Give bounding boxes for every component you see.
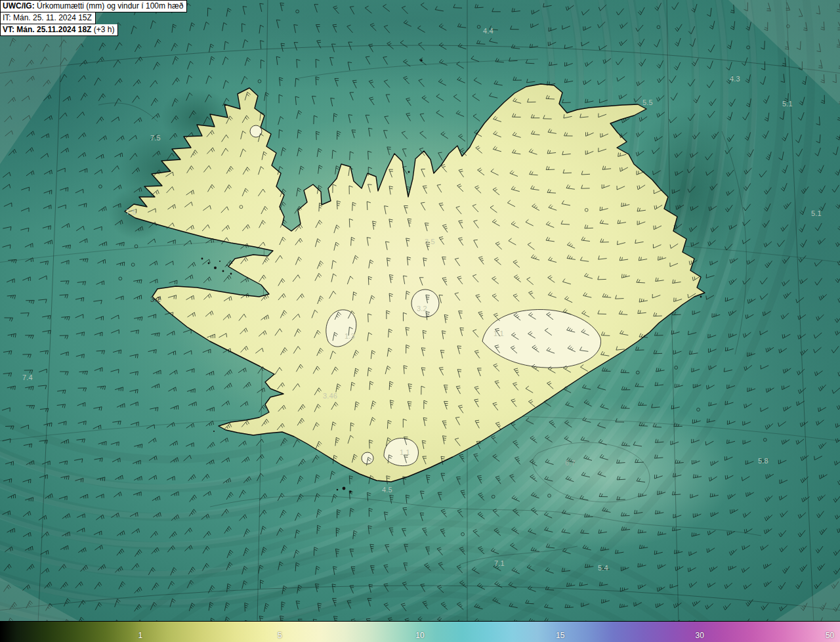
precipitation-colorbar: 1510153050: [0, 621, 840, 642]
init-time: IT: Mán. 25. 11. 2024 15Z: [0, 12, 96, 24]
title-text: Úrkomumætti (mm) og vindur í 100m hæð: [35, 1, 184, 11]
model-name: UWC/IG:: [3, 1, 35, 11]
colorbar-tick-label: 5: [278, 631, 282, 640]
valid-time: VT: Mán. 25.11.2024 18Z (+3 h): [0, 24, 118, 36]
weather-map-page: 4.44.35.55.17.57.55.13.53.23.21.31.17.43…: [0, 0, 840, 642]
colorbar-tick-label: 15: [556, 631, 564, 640]
colorbar-tick-label: 1: [138, 631, 142, 640]
colorbar-tick-label: 50: [826, 631, 834, 640]
title-box: UWC/IG: Úrkomumætti (mm) og vindur í 100…: [0, 0, 187, 36]
colorbar-tick-label: 10: [415, 631, 424, 640]
colorbar-tick-label: 30: [696, 631, 704, 640]
map-canvas: [0, 0, 840, 621]
map-area: 4.44.35.55.17.57.55.13.53.23.21.31.17.43…: [0, 0, 840, 621]
map-title: UWC/IG: Úrkomumætti (mm) og vindur í 100…: [0, 0, 187, 12]
